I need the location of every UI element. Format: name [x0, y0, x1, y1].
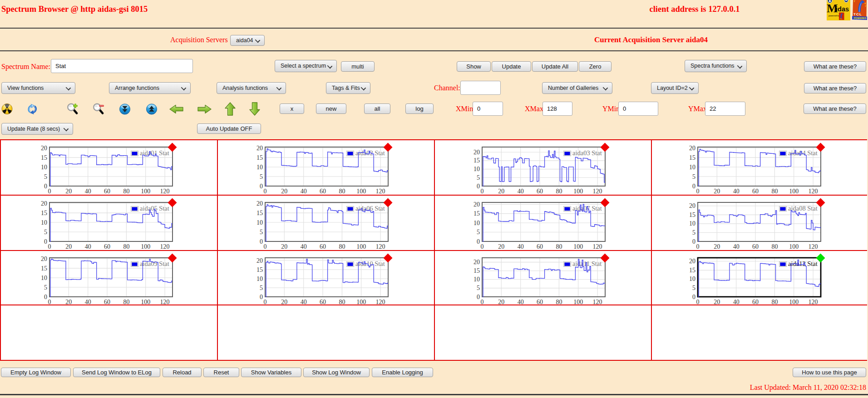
svg-text:40: 40 [518, 243, 524, 250]
svg-text:0: 0 [44, 238, 47, 245]
svg-text:0: 0 [481, 188, 484, 195]
svg-text:40: 40 [733, 188, 740, 195]
svg-text:100: 100 [356, 243, 366, 250]
svg-text:aida12 Stat: aida12 Stat [788, 260, 818, 267]
svg-text:40: 40 [85, 243, 91, 250]
svg-text:0: 0 [264, 299, 267, 305]
svg-text:15: 15 [41, 265, 47, 272]
svg-text:20: 20 [41, 200, 47, 207]
svg-text:20: 20 [256, 145, 263, 152]
svg-text:100: 100 [573, 299, 583, 305]
svg-text:5: 5 [692, 173, 695, 180]
svg-text:120: 120 [593, 243, 602, 250]
svg-text:80: 80 [339, 299, 345, 305]
svg-text:80: 80 [339, 188, 345, 195]
svg-text:0: 0 [260, 183, 263, 190]
svg-text:80: 80 [771, 299, 778, 305]
svg-text:0: 0 [260, 294, 263, 300]
svg-text:20: 20 [281, 188, 287, 195]
svg-text:20: 20 [41, 256, 47, 262]
svg-text:80: 80 [556, 188, 562, 195]
svg-text:10: 10 [473, 166, 480, 172]
svg-text:120: 120 [593, 299, 602, 305]
svg-text:20: 20 [281, 299, 287, 305]
svg-text:80: 80 [339, 243, 345, 250]
svg-text:15: 15 [256, 266, 263, 273]
svg-text:10: 10 [256, 275, 263, 282]
svg-text:20: 20 [65, 299, 72, 305]
svg-text:TCL: TCL [840, 18, 843, 20]
svg-text:0: 0 [48, 299, 51, 305]
svg-text:10: 10 [41, 164, 47, 171]
svg-text:20: 20 [65, 243, 72, 250]
svg-text:aida03 Stat: aida03 Stat [572, 149, 602, 157]
svg-text:100: 100 [573, 243, 583, 250]
svg-text:0: 0 [692, 238, 695, 245]
svg-text:aida08 Stat: aida08 Stat [788, 205, 818, 212]
svg-text:20: 20 [256, 257, 263, 264]
svg-text:100: 100 [141, 188, 150, 195]
svg-text:20: 20 [498, 299, 504, 305]
svg-text:0: 0 [48, 188, 51, 195]
svg-text:10: 10 [689, 275, 695, 282]
svg-text:120: 120 [160, 243, 170, 250]
svg-text:80: 80 [556, 243, 562, 250]
svg-text:120: 120 [809, 188, 818, 195]
svg-text:0: 0 [481, 243, 484, 250]
svg-text:10: 10 [689, 164, 695, 171]
svg-text:0: 0 [260, 238, 263, 245]
svg-text:20: 20 [256, 200, 263, 207]
svg-text:0: 0 [692, 183, 695, 190]
svg-text:40: 40 [85, 188, 91, 195]
svg-text:idas: idas [836, 5, 849, 13]
svg-text:100: 100 [141, 299, 150, 305]
svg-text:0: 0 [477, 183, 480, 190]
svg-text:120: 120 [376, 299, 385, 305]
svg-text:20: 20 [498, 243, 504, 250]
svg-text:120: 120 [376, 188, 385, 195]
svg-text:0: 0 [264, 243, 267, 250]
svg-text:60: 60 [537, 188, 543, 195]
svg-text:40: 40 [518, 188, 524, 195]
svg-text:40: 40 [85, 299, 91, 305]
svg-text:5: 5 [44, 284, 47, 291]
svg-text:15: 15 [41, 154, 47, 161]
svg-text:0: 0 [44, 294, 47, 300]
svg-text:15: 15 [41, 210, 47, 216]
svg-text:60: 60 [320, 188, 326, 195]
svg-text:100: 100 [356, 299, 366, 305]
svg-text:5: 5 [260, 229, 263, 236]
svg-text:100: 100 [789, 243, 799, 250]
svg-text:0: 0 [696, 188, 700, 195]
svg-text:5: 5 [477, 285, 480, 291]
svg-text:120: 120 [593, 188, 602, 195]
svg-text:100: 100 [573, 188, 583, 195]
svg-text:15: 15 [689, 267, 695, 274]
svg-text:20: 20 [714, 243, 720, 250]
svg-text:40: 40 [518, 299, 524, 305]
svg-text:20: 20 [689, 202, 695, 209]
svg-text:15: 15 [473, 267, 480, 274]
svg-text:20: 20 [714, 299, 720, 305]
svg-text:powered by: powered by [829, 15, 840, 17]
svg-text:0: 0 [692, 294, 695, 300]
svg-text:120: 120 [809, 299, 818, 305]
svg-text:10: 10 [473, 220, 480, 226]
svg-text:120: 120 [376, 243, 385, 250]
svg-text:60: 60 [537, 243, 543, 250]
svg-text:40: 40 [301, 299, 307, 305]
svg-text:0: 0 [477, 238, 480, 245]
svg-text:0: 0 [44, 183, 47, 190]
svg-text:15: 15 [473, 157, 480, 164]
svg-text:0: 0 [48, 243, 51, 250]
svg-text:60: 60 [104, 188, 110, 195]
svg-text:10: 10 [473, 276, 480, 283]
svg-text:10: 10 [256, 219, 263, 226]
svg-text:10: 10 [41, 275, 47, 281]
svg-text:0: 0 [481, 299, 484, 305]
svg-text:60: 60 [752, 188, 759, 195]
svg-text:20: 20 [689, 145, 695, 152]
svg-text:20: 20 [41, 145, 47, 152]
svg-text:5: 5 [260, 285, 263, 291]
svg-text:120: 120 [160, 188, 170, 195]
